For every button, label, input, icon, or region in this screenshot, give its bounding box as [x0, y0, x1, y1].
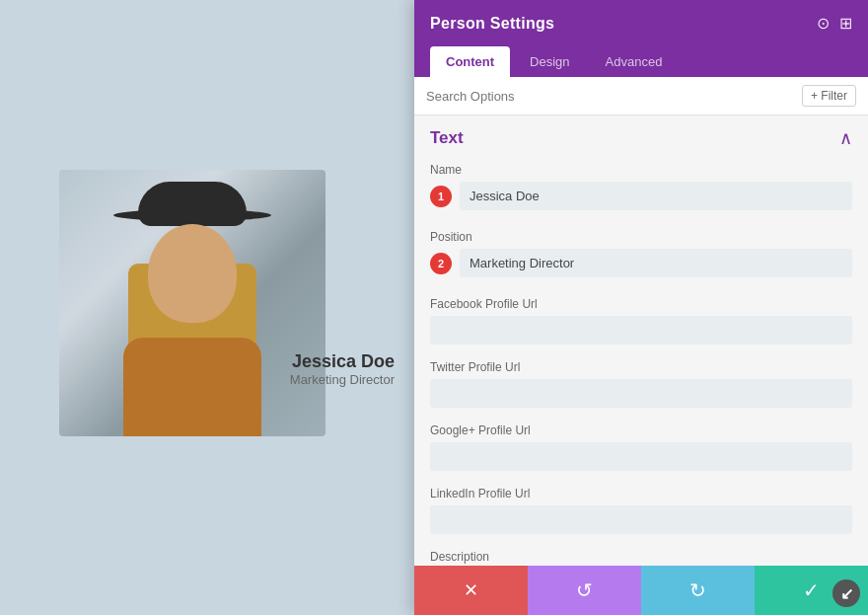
field-group-name: Name 1: [414, 159, 868, 226]
field-row-position: 2: [430, 249, 852, 277]
section-toggle-icon[interactable]: ∧: [839, 127, 852, 149]
panel-header-icons: ⊙ ⊞: [817, 14, 852, 33]
linkedin-input[interactable]: [430, 505, 852, 534]
redo-button[interactable]: ↻: [641, 566, 755, 615]
person-photo: [59, 170, 326, 436]
hat-top: [138, 182, 247, 226]
person-silhouette: [94, 180, 291, 436]
name-input[interactable]: [460, 182, 852, 210]
panel-content[interactable]: Text ∧ Name 1 Position 2 Facebook Profil…: [414, 115, 868, 566]
description-section: Description ADD MEDIA Visual Text: [414, 546, 868, 566]
search-bar: + Filter: [414, 77, 868, 115]
twitter-input[interactable]: [430, 379, 852, 408]
person-info: Jessica Doe Marketing Director: [290, 351, 395, 387]
field-group-position: Position 2: [414, 226, 868, 293]
save-icon: ✓: [803, 578, 820, 602]
cancel-icon: ✕: [464, 579, 478, 601]
section-title: Text: [430, 128, 464, 148]
field-group-facebook: Facebook Profile Url: [414, 293, 868, 356]
field-row-name: 1: [430, 182, 852, 210]
field-label-facebook: Facebook Profile Url: [430, 297, 852, 311]
corner-icon: ↙: [832, 579, 860, 607]
focus-icon[interactable]: ⊙: [817, 14, 830, 33]
corner-arrow-icon: ↙: [840, 584, 853, 603]
columns-icon[interactable]: ⊞: [839, 14, 852, 33]
badge-1: 1: [430, 186, 452, 207]
facebook-input[interactable]: [430, 316, 852, 345]
tab-content[interactable]: Content: [430, 46, 510, 77]
undo-button[interactable]: ↺: [528, 566, 641, 615]
head: [148, 224, 237, 323]
body: [123, 338, 261, 436]
field-label-googleplus: Google+ Profile Url: [430, 423, 852, 437]
redo-icon: ↻: [689, 578, 706, 602]
field-label-name: Name: [430, 163, 852, 177]
panel-title: Person Settings: [430, 15, 554, 33]
googleplus-input[interactable]: [430, 442, 852, 471]
search-input[interactable]: [426, 89, 802, 104]
field-group-linkedin: LinkedIn Profile Url: [414, 483, 868, 546]
field-group-twitter: Twitter Profile Url: [414, 356, 868, 420]
field-group-googleplus: Google+ Profile Url: [414, 420, 868, 483]
panel-tabs: Content Design Advanced: [414, 46, 868, 77]
preview-area: Jessica Doe Marketing Director: [0, 0, 395, 615]
filter-button[interactable]: + Filter: [802, 85, 856, 107]
cancel-button[interactable]: ✕: [414, 566, 528, 615]
position-input[interactable]: [460, 249, 852, 277]
person-job-title: Marketing Director: [290, 372, 395, 387]
undo-icon: ↺: [576, 578, 593, 602]
settings-panel: Person Settings ⊙ ⊞ Content Design Advan…: [414, 0, 868, 615]
person-name: Jessica Doe: [290, 351, 395, 372]
field-label-twitter: Twitter Profile Url: [430, 360, 852, 374]
field-label-description: Description: [430, 550, 852, 564]
tab-design[interactable]: Design: [514, 46, 585, 77]
panel-header: Person Settings ⊙ ⊞: [414, 0, 868, 46]
panel-footer: ✕ ↺ ↻ ✓: [414, 566, 868, 615]
badge-2: 2: [430, 253, 452, 274]
tab-advanced[interactable]: Advanced: [590, 46, 679, 77]
field-label-position: Position: [430, 230, 852, 244]
section-header: Text ∧: [414, 115, 868, 159]
field-label-linkedin: LinkedIn Profile Url: [430, 487, 852, 500]
person-card: Jessica Doe Marketing Director: [59, 170, 335, 446]
